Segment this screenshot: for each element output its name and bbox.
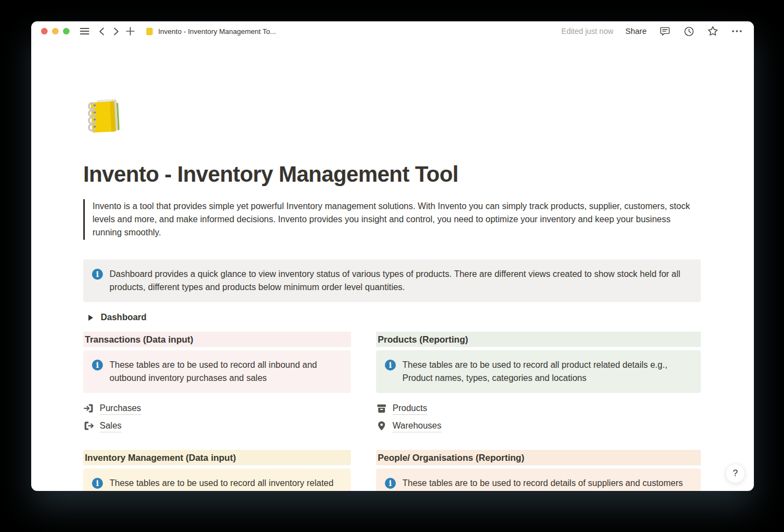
page-title[interactable]: Invento - Inventory Management Tool — [83, 160, 701, 188]
info-icon: i — [385, 478, 396, 489]
share-button[interactable]: Share — [625, 27, 647, 36]
section-callout-text: These tables are to be used to record al… — [109, 477, 342, 491]
dashboard-toggle-label: Dashboard — [101, 313, 147, 322]
new-tab-icon[interactable] — [123, 24, 137, 38]
section-callout: i These tables are to be used to record … — [83, 469, 351, 491]
section-callout-text: These tables are to be used to record de… — [402, 477, 683, 490]
tab-page-icon — [145, 27, 154, 36]
section-products: Products (Reporting) i These tables are … — [376, 332, 701, 435]
zoom-window-button[interactable] — [63, 28, 70, 34]
sections-grid: Transactions (Data input) i These tables… — [83, 332, 701, 491]
location-pin-icon — [376, 420, 387, 431]
info-icon: i — [92, 269, 103, 280]
sidebar-menu-icon[interactable] — [77, 24, 91, 38]
archive-box-icon — [376, 403, 387, 414]
section-callout: i These tables are to be used to record … — [83, 350, 351, 393]
page-link-label: Warehouses — [393, 420, 441, 432]
more-icon[interactable] — [730, 24, 744, 38]
page-body: Invento - Inventory Management Tool Inve… — [31, 96, 754, 491]
traffic-lights — [41, 28, 70, 34]
browser-tab[interactable]: Invento - Inventory Management To... — [145, 27, 276, 36]
toolbar: Invento - Inventory Management To... Edi… — [31, 21, 754, 41]
dashboard-toggle[interactable]: Dashboard — [83, 309, 701, 326]
info-icon: i — [92, 478, 103, 489]
overview-callout: i Dashboard provides a quick glance to v… — [83, 259, 701, 302]
import-icon — [83, 403, 94, 414]
star-icon[interactable] — [706, 24, 720, 38]
page-link-sales[interactable]: Sales — [83, 417, 351, 435]
history-icon[interactable] — [682, 24, 696, 38]
section-callout-text: These tables are to be used to record al… — [109, 358, 342, 385]
comment-icon[interactable] — [658, 24, 672, 38]
export-icon — [83, 420, 94, 431]
close-window-button[interactable] — [41, 28, 48, 34]
page-link-label: Purchases — [100, 402, 141, 415]
section-people-organisations: People/ Organisations (Reporting) i Thes… — [376, 450, 701, 491]
edited-status: Edited just now — [561, 27, 613, 36]
page-link-warehouses[interactable]: Warehouses — [376, 417, 701, 435]
section-transactions: Transactions (Data input) i These tables… — [83, 332, 351, 435]
section-callout-text: These tables are to be used to record al… — [402, 358, 692, 385]
page-link-label: Sales — [100, 420, 122, 432]
section-heading: Products (Reporting) — [376, 332, 701, 347]
info-icon: i — [385, 360, 396, 371]
page-link-label: Products — [393, 402, 427, 415]
section-inventory-management: Inventory Management (Data input) i Thes… — [83, 450, 351, 491]
page-link-purchases[interactable]: Purchases — [83, 400, 351, 417]
forward-icon[interactable] — [109, 24, 123, 38]
app-window: Invento - Inventory Management To... Edi… — [31, 21, 754, 491]
tab-title: Invento - Inventory Management To... — [158, 27, 276, 36]
section-heading: Transactions (Data input) — [83, 332, 351, 347]
overview-callout-text: Dashboard provides a quick glance to vie… — [109, 268, 692, 294]
intro-quote-block: Invento is a tool that provides simple y… — [83, 199, 701, 240]
section-callout: i These tables are to be used to record … — [376, 350, 701, 393]
section-callout: i These tables are to be used to record … — [376, 469, 701, 491]
section-heading: Inventory Management (Data input) — [83, 450, 351, 465]
help-button[interactable]: ? — [725, 464, 745, 483]
toggle-triangle-icon — [88, 314, 94, 321]
page-link-products[interactable]: Products — [376, 400, 701, 417]
section-heading: People/ Organisations (Reporting) — [376, 450, 701, 465]
back-icon[interactable] — [95, 24, 109, 38]
page-icon-ledger-notebook[interactable] — [84, 96, 127, 135]
minimize-window-button[interactable] — [52, 28, 59, 34]
info-icon: i — [92, 360, 103, 371]
